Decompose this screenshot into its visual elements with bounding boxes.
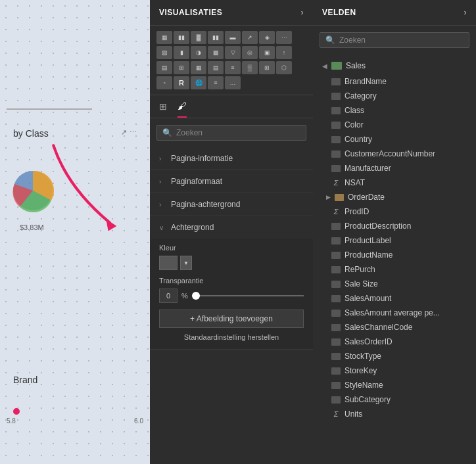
vis-icon-stacked-bar[interactable]: ▦ [156,31,172,44]
velden-chevron[interactable]: › [464,8,467,17]
vis-icon-r[interactable]: R [174,76,189,89]
vis-icon-column[interactable]: ▓ [191,31,206,44]
transparency-input[interactable] [159,289,178,303]
reset-link[interactable]: Standaardinstelling herstellen [159,333,304,341]
productname-icon [331,250,341,260]
field-customeraccount[interactable]: CustomerAccountNumber [313,147,476,161]
visualisaties-header: VISUALISATIES › [150,0,313,26]
format-search-box[interactable]: 🔍 [156,125,306,141]
format-tab[interactable]: 🖌 [178,101,187,118]
vis-icon-globe[interactable]: 🌐 [191,76,206,89]
nsat-label: NSAT [345,178,365,187]
vis-icon-decomp[interactable]: ≡ [225,61,241,74]
icon-row-4: ▫ R 🌐 ≡ … [156,76,306,89]
field-storekey[interactable]: StoreKey [313,363,476,378]
fields-tab-icon: ⊞ [159,101,167,112]
field-brandname[interactable]: BrandName [313,74,476,89]
transparency-slider[interactable] [192,295,304,296]
paginaformaat-header[interactable]: › Paginaformaat [150,170,313,193]
vis-icon-more[interactable]: … [225,76,241,89]
field-repurch[interactable]: RePurch [313,262,476,277]
vis-icon-matrix[interactable]: ▦ [191,61,206,74]
color-swatch[interactable] [159,256,178,270]
field-stylename[interactable]: StyleName [313,378,476,392]
class-label: Class [345,106,364,115]
field-manufacturer[interactable]: Manufacturer [313,161,476,175]
field-nsat[interactable]: Σ NSAT [313,175,476,190]
field-category[interactable]: Category [313,89,476,103]
field-saleschannelcode[interactable]: SalesChannelCode [313,320,476,335]
vis-icon-slicer[interactable]: ▤ [156,61,172,74]
orderdate-label: OrderDate [348,193,385,202]
field-orderdate[interactable]: ▶ OrderDate [313,190,476,204]
prodid-label: ProdID [345,207,369,216]
sales-expand-arrow: ◀ [322,62,327,70]
field-salesamount[interactable]: SalesAmount [313,291,476,306]
field-salesize[interactable]: Sale Size [313,277,476,291]
vis-icon-map[interactable]: ▧ [156,46,172,59]
velden-search-box[interactable]: 🔍 [320,32,469,48]
more-icon: ⋯ [130,128,137,137]
vis-icon-card[interactable]: ▣ [259,46,275,59]
vis-icon-bar[interactable]: ▮▮ [174,31,189,44]
vis-icon-pie[interactable]: ◑ [191,46,206,59]
vis-icon-ribbon[interactable]: ◈ [259,31,275,44]
repurch-label: RePurch [345,265,375,274]
visualisaties-chevron[interactable]: › [301,8,304,17]
pagina-achtergrond-chevron: › [159,201,167,208]
field-salesorderid[interactable]: SalesOrderID [313,335,476,349]
chart-class-label: by Class [13,128,49,139]
repurch-icon [331,265,341,274]
vis-icon-table[interactable]: ⊞ [174,61,189,74]
visualisaties-title: VISUALISATIES [159,8,222,17]
subcategory-label: SubCategory [345,395,391,404]
productlabel-label: ProductLabel [345,236,391,245]
field-color[interactable]: Color [313,118,476,132]
vis-icon-scatter[interactable]: ⋯ [276,31,292,44]
vis-icon-filled-map[interactable]: ▮ [174,46,189,59]
vis-icon-line[interactable]: ▬ [225,31,241,44]
field-subcategory[interactable]: SubCategory [313,392,476,407]
transparency-slider-thumb[interactable] [192,292,200,300]
add-image-button[interactable]: + Afbeelding toevoegen [159,310,304,328]
sales-group-header[interactable]: ◀ Sales [313,57,476,74]
vis-icon-funnel[interactable]: ▽ [225,46,241,59]
velden-search-input[interactable] [339,35,464,45]
achtergrond-header[interactable]: ∨ Achtergrond [150,216,313,239]
vis-icon-list[interactable]: ≡ [208,76,224,89]
paginaformaat-label: Paginaformaat [171,177,222,186]
vis-icon-gauge[interactable]: ◎ [242,46,258,59]
pagina-achtergrond-header[interactable]: › Pagina-achtergrond [150,193,313,216]
field-prodid[interactable]: Σ ProdID [313,204,476,219]
pagina-informatie-label: Pagina-informatie [171,154,233,163]
axis-label-1: 5.8 [7,417,16,425]
format-search-input[interactable] [176,128,300,137]
field-productlabel[interactable]: ProductLabel [313,233,476,248]
vis-icon-treemap[interactable]: ▩ [208,46,224,59]
color-dropdown-arrow[interactable]: ▼ [180,256,192,270]
format-sections-list: › Pagina-informatie › Paginaformaat › Pa… [150,147,313,464]
pagina-informatie-header[interactable]: › Pagina-informatie [150,147,313,170]
field-units[interactable]: Σ Units [313,407,476,421]
fields-tab[interactable]: ⊞ [159,101,167,117]
vis-icon-area[interactable]: ↗ [242,31,258,44]
vis-icon-py[interactable]: ⬡ [276,61,292,74]
vis-icon-kpi[interactable]: ↑ [276,46,292,59]
manufacturer-label: Manufacturer [345,164,391,173]
nsat-icon: Σ [331,178,341,187]
vis-icon-custom1[interactable]: ▫ [156,76,172,89]
field-stocktype[interactable]: StockType [313,349,476,363]
vis-icon-waterfall[interactable]: ▤ [208,61,224,74]
axis-label-2: 6.0 [134,417,143,425]
vis-icon-100bar[interactable]: ▮▮ [208,31,224,44]
field-productdescription[interactable]: ProductDescription [313,219,476,233]
salesize-label: Sale Size [345,279,378,289]
field-salesamount-avg[interactable]: SalesAmount average pe... [313,306,476,320]
customeraccount-icon [331,149,341,158]
storekey-label: StoreKey [345,366,377,375]
vis-icon-smart[interactable]: ⊞ [259,61,275,74]
field-class[interactable]: Class [313,103,476,118]
vis-icon-qna[interactable]: ▒ [242,61,258,74]
field-productname[interactable]: ProductName [313,248,476,262]
field-country[interactable]: Country [313,132,476,147]
